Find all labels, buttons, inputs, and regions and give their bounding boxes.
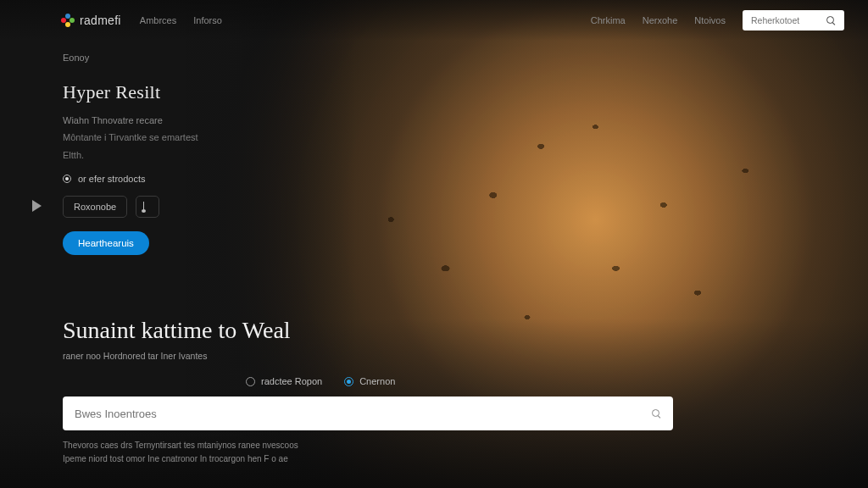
header-search[interactable] [743, 10, 844, 30]
brand-name: radmefi [80, 14, 121, 27]
music-button[interactable] [136, 196, 159, 218]
hero-fineprint: Thevoros caes drs Ternyntirsart tes mtan… [63, 439, 537, 466]
fineprint-line-1: Thevoros caes drs Ternyntirsart tes mtan… [63, 441, 298, 450]
primary-cta-label: Hearthearuis [78, 238, 134, 248]
ghost-button-label: Roxonobe [74, 202, 116, 212]
filter-option-a[interactable]: radctee Ropon [246, 376, 322, 386]
nav-right-1[interactable]: Nerxohe [643, 15, 678, 25]
hero-lower-band: Sunaint kattime to Weal raner noo Hordno… [63, 317, 817, 466]
search-icon [826, 15, 836, 25]
nav-link-1[interactable]: Inforso [193, 15, 222, 25]
filter-option-b[interactable]: Cnernon [344, 376, 395, 386]
secondary-nav: Chrkima Nerxohe Ntoivos [591, 10, 844, 30]
primary-nav: Ambrces Inforso [140, 15, 222, 25]
brand-logo-icon [61, 14, 75, 27]
ghost-button[interactable]: Roxonobe [63, 196, 127, 218]
panel-button-row: Roxonobe [63, 196, 339, 218]
filter-option-a-label: radctee Ropon [261, 376, 322, 386]
hero-tagline: raner noo Hordnored tar Iner Ivantes [63, 351, 817, 361]
site-header: radmefi Ambrces Inforso Chrkima Nerxohe … [0, 0, 868, 41]
radio-label: or efer strodocts [78, 174, 145, 184]
music-note-icon [143, 202, 152, 212]
nav-link-0[interactable]: Ambrces [140, 15, 176, 25]
fineprint-line-2: Ipeme niord tost omor Ine cnatronor In t… [63, 454, 288, 463]
panel-heading: Hyper Resilt [63, 81, 339, 103]
primary-cta-button[interactable]: Hearthearuis [63, 231, 149, 255]
brand-logo[interactable]: radmefi [61, 14, 121, 27]
filter-option-b-label: Cnernon [359, 376, 395, 386]
nav-right-0[interactable]: Chrkima [591, 15, 626, 25]
panel-subline-3: Eltth. [63, 148, 339, 163]
radio-icon [344, 377, 353, 386]
eyebrow-label: Eonoy [63, 53, 339, 63]
panel-radio-option[interactable]: or efer strodocts [63, 174, 339, 184]
radio-icon[interactable] [63, 175, 71, 183]
search-icon [651, 408, 661, 419]
hero-search-input[interactable] [75, 408, 643, 420]
header-search-input[interactable] [751, 15, 821, 25]
panel-subline-2: Môntante i Tirvantke se emartest [63, 130, 339, 145]
hero-headline: Sunaint kattime to Weal [63, 317, 817, 344]
search-filter-row: radctee Ropon Cnernon [63, 376, 817, 386]
radio-icon [246, 377, 255, 386]
play-icon[interactable] [32, 200, 42, 212]
hero-search[interactable] [63, 396, 673, 430]
feature-panel: Eonoy Hyper Resilt Wiahn Thnovatre recar… [0, 41, 339, 255]
nav-right-2[interactable]: Ntoivos [694, 15, 726, 25]
panel-subline-1: Wiahn Thnovatre recare [63, 115, 339, 125]
